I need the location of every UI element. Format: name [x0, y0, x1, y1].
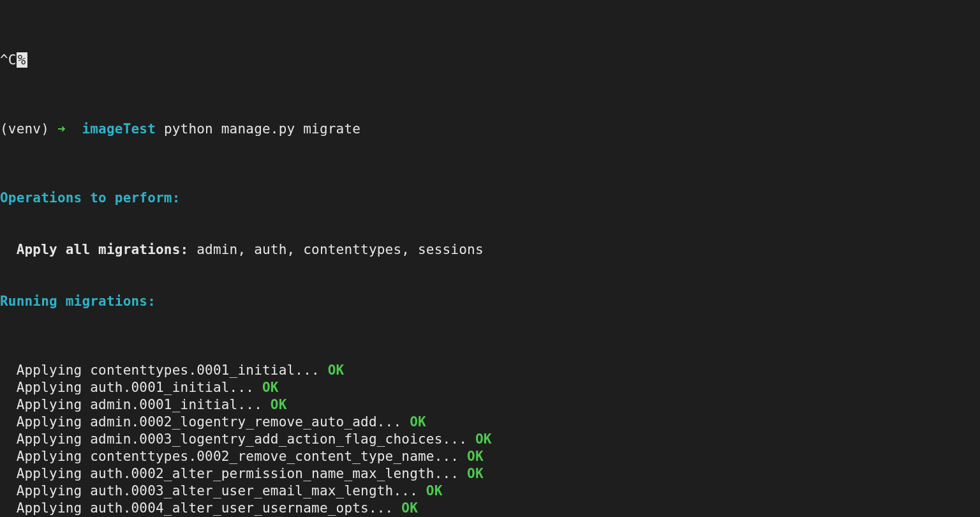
migration-line: Applying auth.0001_initial... OK	[0, 379, 980, 396]
migration-ok: OK	[401, 500, 418, 516]
migration-text: Applying admin.0003_logentry_add_action_…	[0, 431, 475, 447]
migration-text: Applying contenttypes.0002_remove_conten…	[0, 449, 467, 464]
migration-line: Applying auth.0003_alter_user_email_max_…	[0, 483, 980, 500]
migration-list: Applying contenttypes.0001_initial... OK…	[0, 362, 980, 517]
migration-ok: OK	[271, 397, 287, 412]
migration-text: Applying auth.0003_alter_user_email_max_…	[0, 483, 426, 498]
migration-ok: OK	[426, 483, 443, 498]
migration-text: Applying auth.0001_initial...	[0, 380, 262, 395]
command-text: python manage.py migrate	[164, 121, 360, 137]
migration-ok: OK	[262, 380, 279, 395]
migration-ok: OK	[475, 431, 492, 447]
migration-ok: OK	[328, 363, 345, 378]
apply-all-label: Apply all migrations:	[0, 242, 188, 257]
migration-line: Applying contenttypes.0002_remove_conten…	[0, 448, 980, 465]
migration-text: Applying admin.0001_initial...	[0, 397, 271, 412]
venv-label: (venv)	[0, 121, 49, 137]
migration-line: Applying admin.0003_logentry_add_action_…	[0, 431, 980, 448]
migration-line: Applying admin.0001_initial... OK	[0, 396, 980, 414]
prompt-line: (venv) ➜ imageTest python manage.py migr…	[0, 121, 980, 138]
migration-line: Applying admin.0002_logentry_remove_auto…	[0, 414, 980, 431]
prompt-arrow-icon: ➜	[57, 121, 66, 137]
migration-text: Applying contenttypes.0001_initial...	[0, 363, 328, 378]
apply-all-apps: admin, auth, contenttypes, sessions	[188, 242, 483, 257]
ctrl-c-icon: ^C%	[0, 52, 27, 69]
migration-ok: OK	[410, 414, 426, 430]
migration-ok: OK	[467, 449, 484, 464]
migration-line: Applying auth.0002_alter_permission_name…	[0, 465, 980, 483]
interrupt-line: ^C%	[0, 52, 980, 69]
migration-text: Applying auth.0002_alter_permission_name…	[0, 466, 467, 481]
cwd-label: imageTest	[82, 121, 156, 137]
migration-line: Applying contenttypes.0001_initial... OK	[0, 362, 980, 379]
running-heading: Running migrations:	[0, 293, 980, 310]
operations-heading: Operations to perform:	[0, 190, 980, 207]
migration-line: Applying auth.0004_alter_user_username_o…	[0, 500, 980, 517]
migration-text: Applying auth.0004_alter_user_username_o…	[0, 500, 401, 516]
migration-text: Applying admin.0002_logentry_remove_auto…	[0, 414, 410, 430]
terminal[interactable]: ^C% (venv) ➜ imageTest python manage.py …	[0, 0, 980, 517]
apply-all-line: Apply all migrations: admin, auth, conte…	[0, 241, 980, 258]
migration-ok: OK	[467, 466, 484, 481]
